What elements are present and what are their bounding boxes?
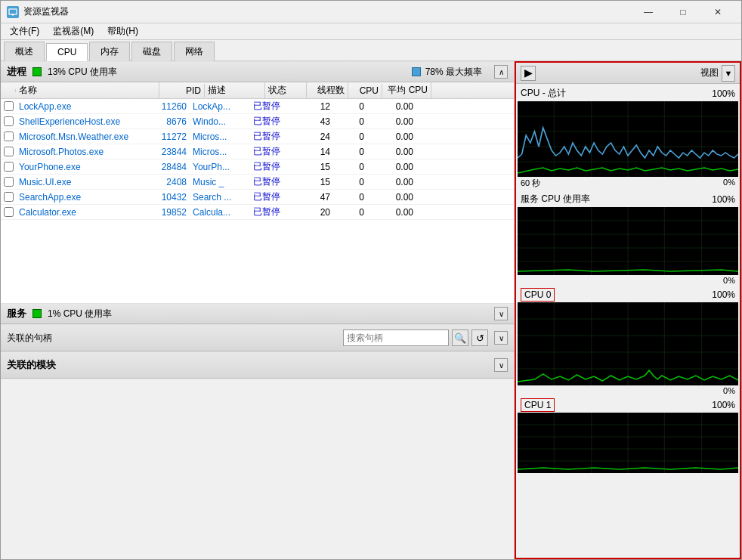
row-name: YourPhone.exe [16,162,144,172]
freq-indicator: 78% 最大频率 [412,66,482,79]
right-panel-header: ▶ 视图 ▼ [516,63,740,84]
row-checkbox[interactable] [1,147,16,156]
chart-cpu-total: CPU - 总计 100% [518,85,738,190]
row-avg-cpu: 0.00 [367,192,416,203]
table-row[interactable]: ShellExperienceHost.exe 8676 Windo... 已暂… [1,114,514,129]
row-cpu: 0 [333,162,367,172]
tab-overview[interactable]: 概述 [4,42,45,61]
charts-container: CPU - 总计 100% [516,84,740,558]
table-row[interactable]: Microsoft.Photos.exe 23844 Micros... 已暂停… [1,144,514,159]
row-checkbox[interactable] [1,101,16,111]
chart-total-label-row: CPU - 总计 100% [518,85,738,101]
row-pid: 28484 [144,162,190,172]
chart-total-time: 60 秒 [521,178,540,189]
close-button[interactable]: ✕ [700,1,735,23]
modules-title: 关联的模块 [7,358,56,372]
handles-title: 关联的句柄 [7,332,52,345]
row-checkbox[interactable] [1,116,16,126]
services-collapse-btn[interactable]: ∨ [494,307,508,320]
process-collapse-btn[interactable]: ∧ [494,65,508,79]
chart-cpu0: CPU 0 100% [518,287,738,396]
menu-bar: 文件(F) 监视器(M) 帮助(H) [1,23,741,40]
chart-service-cpu: 服务 CPU 使用率 100% [518,191,738,286]
services-header[interactable]: 服务 1% CPU 使用率 ∨ [1,303,514,324]
right-panel-expand-btn[interactable]: ▶ [521,66,536,81]
process-section-header[interactable]: 进程 13% CPU 使用率 78% 最大频率 ∧ [1,61,514,82]
row-status: 已暂停 [250,190,292,203]
tab-disk[interactable]: 磁盘 [131,42,172,61]
th-status[interactable]: 状态 [265,82,307,98]
row-threads: 24 [292,131,333,142]
app-icon [7,6,19,18]
row-desc: Calcula... [190,207,250,218]
chart-cpu1: CPU 1 100% [518,398,738,473]
chart-cpu0-footer: 0% [518,385,738,396]
table-row[interactable]: Microsoft.Msn.Weather.exe 11272 Micros..… [1,129,514,144]
main-window: 资源监视器 — □ ✕ 文件(F) 监视器(M) 帮助(H) 概述 CPU 内存… [0,0,742,560]
handles-collapse-btn[interactable]: ∨ [494,331,508,345]
th-threads[interactable]: 线程数 [307,82,348,98]
menu-file[interactable]: 文件(F) [4,23,45,39]
table-row[interactable]: YourPhone.exe 28484 YourPh... 已暂停 15 0 0… [1,159,514,175]
row-threads: 14 [292,147,333,157]
row-pid: 2408 [144,177,190,187]
chart-cpu0-percent: 100% [712,289,735,300]
tab-cpu[interactable]: CPU [46,43,88,61]
services-cpu-text: 1% CPU 使用率 [48,308,112,320]
th-name[interactable]: 名称 [16,82,159,98]
th-avg-cpu[interactable]: 平均 CPU [382,82,431,98]
row-pid: 11260 [144,101,190,112]
tab-network[interactable]: 网络 [174,42,215,61]
row-pid: 23844 [144,147,190,157]
window-title: 资源监视器 [23,5,69,18]
chart-cpu1-label: CPU 1 [521,398,555,412]
menu-help[interactable]: 帮助(H) [101,23,144,39]
chart-service-area [518,207,738,275]
handles-search-button[interactable]: 🔍 [452,330,468,346]
chart-cpu1-label-row: CPU 1 100% [518,398,738,413]
handles-search-input[interactable] [343,330,449,346]
menu-monitor[interactable]: 监视器(M) [47,23,100,39]
th-pid[interactable]: PID [159,84,205,97]
handles-refresh-button[interactable]: ↺ [471,330,488,346]
chart-service-label: 服务 CPU 使用率 [521,193,590,206]
row-cpu: 0 [333,207,367,218]
row-cpu: 0 [333,177,367,187]
view-dropdown-arrow[interactable]: ▼ [722,65,735,82]
process-table-header: 名称 PID 描述 状态 线程数 CPU 平均 CPU [1,82,514,99]
row-name: Calculator.exe [16,207,144,218]
row-name: ShellExperienceHost.exe [16,116,144,127]
row-checkbox[interactable] [1,131,16,141]
title-bar-left: 资源监视器 [7,5,69,18]
row-pid: 19852 [144,207,190,218]
modules-collapse-btn[interactable]: ∨ [494,358,508,372]
tab-memory[interactable]: 内存 [89,42,130,61]
table-row[interactable]: SearchApp.exe 10432 Search ... 已暂停 47 0 … [1,190,514,205]
table-row[interactable]: Calculator.exe 19852 Calcula... 已暂停 20 0… [1,205,514,220]
row-cpu: 0 [333,116,367,127]
view-dropdown: ▼ [722,65,735,82]
row-threads: 43 [292,116,333,127]
row-checkbox[interactable] [1,207,16,217]
row-checkbox[interactable] [1,162,16,172]
table-row[interactable]: LockApp.exe 11260 LockAp... 已暂停 12 0 0.0… [1,99,514,114]
table-row[interactable]: Music.UI.exe 2408 Music _ 已暂停 15 0 0.00 [1,175,514,190]
freq-text: 78% 最大频率 [425,66,482,79]
services-title: 服务 [7,307,26,320]
row-name: LockApp.exe [16,101,144,112]
row-status: 已暂停 [250,130,292,143]
modules-section: 关联的模块 ∨ [1,351,514,379]
row-name: SearchApp.exe [16,192,144,203]
row-checkbox[interactable] [1,177,16,187]
th-desc[interactable]: 描述 [205,82,265,98]
chart-service-footer: 0% [518,275,738,286]
row-avg-cpu: 0.00 [367,116,416,127]
row-checkbox[interactable] [1,192,16,202]
minimize-button[interactable]: — [631,1,666,23]
th-cpu[interactable]: CPU [348,84,382,97]
row-avg-cpu: 0.00 [367,177,416,187]
row-status: 已暂停 [250,145,292,158]
row-desc: Search ... [190,192,250,203]
row-status: 已暂停 [250,100,292,113]
maximize-button[interactable]: □ [666,1,700,23]
